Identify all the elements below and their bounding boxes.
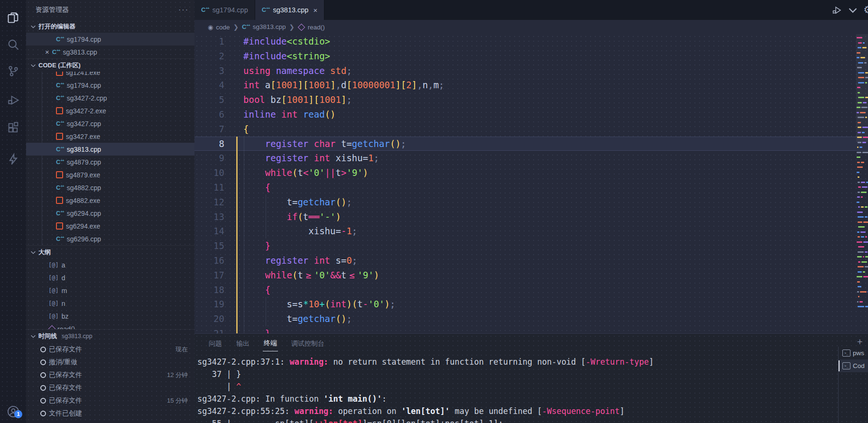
terminal-token: -Wsequence-point [542, 406, 620, 416]
tree-file-item[interactable]: sg6294.exe [26, 220, 194, 232]
breadcrumb-separator-icon: ❯ [233, 23, 239, 31]
timeline-item[interactable]: 撤消/重做 [26, 356, 194, 368]
breadcrumb-item[interactable]: C++sg3813.cpp [242, 23, 286, 30]
tree-file-item[interactable]: sg4882.exe [26, 194, 194, 207]
terminal-token: ] [649, 357, 654, 367]
minimap[interactable] [856, 34, 868, 333]
terminal-output[interactable]: sg3427-2.cpp:37:1: warning: no return st… [197, 356, 835, 423]
tab-sg1794.cpp[interactable]: C++sg1794.cpp [194, 0, 255, 20]
tree-file-item[interactable]: sg3427-2.exe [26, 104, 194, 117]
file-name: sg1794.cpp [67, 82, 101, 89]
tools-icon[interactable] [0, 149, 26, 170]
code-token: <cstdio> [287, 36, 331, 46]
tree-file-item[interactable]: sg4879.exe [26, 168, 194, 181]
outline-item[interactable]: read() [26, 322, 194, 329]
more-actions-icon[interactable]: ··· [178, 6, 189, 14]
code-token: () [336, 313, 347, 324]
code-token: #include [243, 51, 287, 61]
terminal-instance[interactable]: >_pws [839, 347, 868, 359]
tree-file-item[interactable]: C++sg4882.cpp [26, 181, 194, 194]
file-name: sg3427.exe [66, 133, 100, 140]
editor-area: C++sg1794.cppC++sg3813.cpp× ⚙ ◉code❯C++s… [194, 0, 868, 423]
account-badge: 1 [14, 410, 22, 418]
panel-tab-终端[interactable]: 终端 [263, 337, 278, 351]
minimap-line [857, 152, 861, 153]
outline-item[interactable]: [@]m [26, 284, 194, 297]
timeline-dot-icon [40, 372, 46, 378]
close-icon[interactable]: × [313, 6, 317, 14]
gear-icon[interactable]: ⚙ [863, 4, 868, 16]
panel-tab-输出[interactable]: 输出 [235, 338, 250, 351]
breadcrumb-item[interactable]: ◉code [208, 24, 230, 31]
terminal-instance[interactable]: >_Cod [839, 359, 868, 372]
open-editor-item[interactable]: C++sg1794.cpp [26, 33, 194, 46]
tab-sg3813.cpp[interactable]: C++sg3813.cpp× [255, 0, 324, 20]
symbol-name: a [62, 261, 65, 269]
code-editor[interactable]: 1#include<cstdio>2#include<string>3using… [194, 34, 868, 333]
code-token: ≤ [347, 268, 358, 283]
code-token [243, 240, 265, 251]
code-line: 8 register char t=getchar(); [194, 137, 868, 151]
outline-header[interactable]: 大纲 [26, 245, 194, 258]
code-token: '0' [314, 270, 330, 280]
open-editor-item[interactable]: ×C++sg3813.cpp [26, 46, 194, 58]
tree-file-item[interactable]: C++sg4879.cpp [26, 156, 194, 168]
workspace-header[interactable]: CODE (工作区) [26, 58, 194, 72]
close-icon[interactable]: × [45, 48, 49, 56]
explorer-icon[interactable] [0, 8, 26, 28]
timeline-item[interactable]: 已保存文件12 分钟 [26, 368, 194, 381]
code-token: ( [352, 299, 357, 309]
tree-file-item[interactable]: C++sg3427-2.cpp [26, 92, 194, 104]
exe-file-icon [56, 197, 63, 204]
code-token [330, 255, 335, 266]
code-token: - [363, 299, 368, 309]
minimap-line [857, 147, 859, 148]
breadcrumb-label: code [216, 24, 230, 31]
new-terminal-icon[interactable]: ＋ [855, 335, 864, 348]
tab-label: sg1794.cpp [212, 6, 248, 14]
sidebar-title-row: 资源管理器 ··· [26, 0, 194, 20]
tree-file-item[interactable]: sg1241.exe [26, 72, 194, 79]
symbol-name: bz [62, 313, 69, 320]
tree-file-item[interactable]: C++sg1794.cpp [26, 79, 194, 92]
panel-tab-调试控制台[interactable]: 调试控制台 [290, 338, 325, 351]
terminal-line: sg3427-2.cpp: In function 'int main()': [197, 393, 835, 405]
code-token: 1001 [276, 80, 298, 90]
tree-file-item[interactable]: C++sg6294.cpp [26, 207, 194, 220]
search-icon[interactable] [0, 34, 26, 55]
timeline-item[interactable]: 已保存文件现在 [26, 343, 194, 356]
tree-file-item[interactable]: sg3427.exe [26, 130, 194, 143]
outline-item[interactable]: [@]d [26, 271, 194, 284]
timeline-item[interactable]: 已保存文件 [26, 381, 194, 394]
code-token [243, 285, 265, 295]
open-editors-header[interactable]: 打开的编辑器 [26, 20, 194, 33]
minimap-line [858, 62, 863, 64]
tree-file-item[interactable]: C++sg6296.cpp [26, 232, 194, 245]
run-or-debug-icon[interactable] [831, 4, 842, 16]
tree-file-item[interactable]: C++sg3813.cpp [26, 143, 194, 156]
panel-tab-问题[interactable]: 问题 [208, 338, 223, 351]
code-token [336, 138, 341, 149]
timeline-header[interactable]: 时间线 sg3813.cpp [26, 329, 194, 343]
run-debug-icon[interactable] [0, 89, 26, 110]
tree-file-item[interactable]: C++sg3427.cpp [26, 117, 194, 130]
outline-item[interactable]: [@]a [26, 258, 194, 271]
file-name: sg3427-2.cpp [67, 94, 107, 102]
code-token: while [265, 270, 292, 280]
code-token: ) [385, 299, 390, 309]
code-token [308, 153, 314, 163]
outline-item[interactable]: [@]n [26, 297, 194, 310]
code-token [270, 65, 276, 76]
chevron-down-icon[interactable] [847, 4, 859, 16]
explorer-sidebar: 资源管理器 ··· 打开的编辑器 C++sg1794.cpp×C++sg3813… [26, 0, 194, 423]
breadcrumb-item[interactable]: read() [298, 24, 325, 31]
outline-item[interactable]: [@]bz [26, 310, 194, 322]
minimap-line [861, 196, 863, 198]
source-control-icon[interactable] [0, 61, 26, 82]
timeline-item[interactable]: 已保存文件15 分钟 [26, 394, 194, 407]
extensions-icon[interactable] [0, 118, 26, 138]
code-token: using [243, 65, 270, 76]
account-icon[interactable]: 1 [0, 402, 26, 421]
method-symbol-icon [298, 23, 305, 31]
timeline-item[interactable]: 文件已创建 [26, 407, 194, 420]
